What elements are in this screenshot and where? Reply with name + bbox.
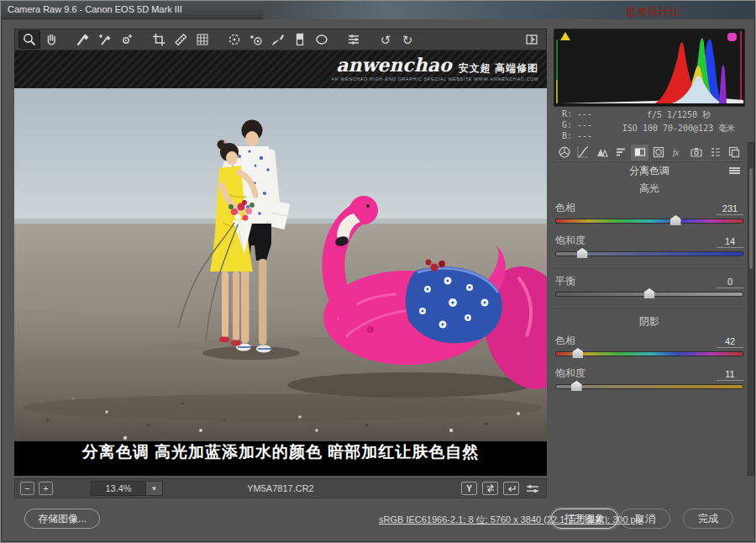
tab-basic[interactable] [555,145,573,161]
tab-effects[interactable]: fx [669,145,686,161]
crop-tool-icon[interactable] [148,30,170,49]
balance-label: 平衡 [555,274,575,288]
red-eye-tool-icon[interactable] [245,30,267,49]
window-title: Camera Raw 9.6 - Canon EOS 5D Mark III [8,4,182,14]
zoom-level-value[interactable]: 13.4% [91,481,146,496]
image-canvas[interactable]: anwenchao 安文超 高端修图 AN WENCHAO HIGH-END G… [14,50,547,476]
highlights-saturation-slider[interactable] [555,251,743,256]
slider-thumb[interactable] [571,381,582,391]
adjustment-tabs: fx [554,144,745,161]
rgb-g-value: G: --- [562,119,592,130]
highlights-hue-value[interactable]: 231 [717,203,743,215]
swap-settings-button[interactable] [482,482,498,495]
tab-tone-curve[interactable] [575,145,592,161]
highlights-saturation-label: 饱和度 [555,234,585,248]
status-bar: − + 13.4% ▼ YM5A7817.CR2 Y [14,478,547,498]
open-image-button[interactable]: 打开图象 [551,509,618,529]
watermark-script-text: anwenchao [336,55,452,74]
watermark-cn-text: 安文超 高端修图 [459,63,538,73]
photo-watermark: anwenchao 安文超 高端修图 AN WENCHAO HIGH-END G… [331,55,538,82]
save-image-button[interactable]: 存储图像... [24,509,100,529]
radial-filter-tool-icon[interactable] [311,30,333,49]
photo-caption: 分离色调 高光加蓝添加水的颜色 暗部加红让肤色自然 [14,441,547,463]
highlights-hue-label: 色相 [555,201,575,215]
photo [14,50,547,476]
slider-thumb[interactable] [670,215,681,225]
shadows-saturation-slider[interactable] [555,384,743,389]
svg-text:fx: fx [673,148,680,157]
shadows-saturation-value[interactable]: 11 [717,369,743,381]
rotate-left-icon[interactable]: ↺ [375,30,396,49]
tab-snapshots[interactable] [726,145,743,161]
white-balance-tool-icon[interactable] [72,30,94,49]
chevron-down-icon: ▼ [151,485,158,493]
preferences-tool-icon[interactable] [343,30,365,49]
shadows-header: 阴影 [554,314,745,329]
section-divider [554,307,745,308]
camera-raw-window: Camera Raw 9.6 - Canon EOS 5D Mark III 思… [0,0,756,543]
split-toning-panel: 高光 色相 231 饱和度 14 平衡 0 阴影 色相 42 饱和度 11 [554,179,745,399]
done-button[interactable]: 完成 [683,509,733,529]
color-sampler-tool-icon[interactable] [94,30,116,49]
panel-scrollbar[interactable] [748,142,754,476]
graduated-filter-tool-icon[interactable] [289,30,311,49]
tab-lens-corrections[interactable] [650,145,668,161]
rotate-right-icon[interactable]: ↻ [396,30,418,49]
preview-before-after-button[interactable]: Y [461,482,477,495]
adjustment-brush-tool-icon[interactable] [267,30,289,49]
transform-tool-icon[interactable] [192,30,213,49]
targeted-adjustment-tool-icon[interactable] [116,30,138,49]
preview-preferences-icon[interactable] [524,482,541,495]
slider-thumb[interactable] [644,288,655,298]
highlight-clip-indicator[interactable] [727,33,737,41]
spot-removal-tool-icon[interactable] [223,30,245,49]
panel-menu-icon[interactable] [729,166,740,175]
shadows-hue-value[interactable]: 42 [717,336,743,348]
zoom-out-button[interactable]: − [20,482,34,495]
balance-value[interactable]: 0 [717,277,743,288]
watermark-sub-text: AN WENCHAO HIGH-END GRAPHIC SPECIAL WEBS… [331,77,538,82]
panel-scrollbar-thumb[interactable] [749,168,753,269]
zoom-tool-icon[interactable] [18,30,40,49]
histogram-chart [554,29,744,106]
rgb-b-value: B: --- [562,130,592,141]
iso-lens-info: ISO 100 70-200@123 毫米 [612,122,745,135]
slider-thumb[interactable] [577,248,588,258]
panel-title-row: 分离色调 [554,163,745,178]
toggle-fullscreen-icon[interactable] [521,30,543,49]
tab-detail[interactable] [593,145,611,161]
rgb-r-value: R: --- [562,108,592,119]
toolbar: ↺ ↻ [14,29,547,50]
image-info: R: --- G: --- B: --- f/5 1/1250 秒 ISO 10… [554,108,745,142]
highlights-saturation-value[interactable]: 14 [717,236,743,248]
straighten-tool-icon[interactable] [170,30,192,49]
shadows-saturation-label: 饱和度 [555,366,585,381]
beach-scene [14,88,547,461]
copy-settings-button[interactable] [503,482,519,495]
exposure-info: f/5 1/1250 秒 [612,108,745,122]
shadows-hue-slider[interactable] [555,351,743,356]
titlebar-background-art [263,1,755,19]
zoom-in-button[interactable]: + [39,482,53,495]
slider-thumb[interactable] [572,348,583,358]
shadows-hue-label: 色相 [555,334,575,348]
section-divider [554,266,745,267]
histogram-panel [554,29,745,107]
overlay-note-text: 思考设计让 [626,3,680,21]
tab-presets[interactable] [706,145,724,161]
cancel-button[interactable]: 取消 [620,509,670,529]
highlights-hue-slider[interactable] [555,219,743,224]
tab-camera-calibration[interactable] [688,145,706,161]
highlights-header: 高光 [554,182,745,196]
panel-title: 分离色调 [629,164,669,178]
zoom-level-dropdown[interactable]: ▼ [146,481,163,496]
hand-tool-icon[interactable] [40,30,62,49]
balance-slider[interactable] [555,292,743,297]
tab-split-toning[interactable] [631,145,648,161]
title-bar[interactable]: Camera Raw 9.6 - Canon EOS 5D Mark III 思… [1,1,755,19]
tab-hsl-grayscale[interactable] [612,145,630,161]
